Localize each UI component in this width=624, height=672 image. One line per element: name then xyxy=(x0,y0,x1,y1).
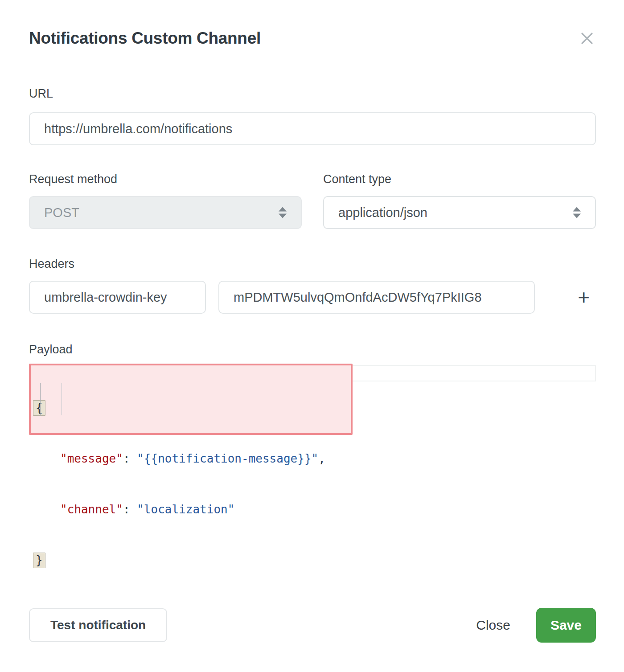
save-button[interactable]: Save xyxy=(536,608,596,643)
payload-code-editor[interactable]: { "message": "{{notification-message}}",… xyxy=(29,364,596,435)
header-key-input[interactable] xyxy=(29,281,206,314)
headers-label: Headers xyxy=(29,257,596,271)
modal-footer: Test notification Close Save xyxy=(29,608,596,643)
request-method-value: POST xyxy=(44,205,79,220)
payload-label: Payload xyxy=(29,342,596,356)
close-button[interactable]: Close xyxy=(476,618,510,633)
notifications-custom-channel-modal: Notifications Custom Channel URL Request… xyxy=(0,0,624,672)
request-method-select: POST xyxy=(29,196,302,229)
content-type-label: Content type xyxy=(323,172,596,186)
select-arrows-icon xyxy=(573,207,581,218)
indent-guide xyxy=(62,383,62,415)
modal-title: Notifications Custom Channel xyxy=(29,28,261,49)
code-line: } xyxy=(33,552,351,569)
indent-guide xyxy=(40,383,41,416)
header-value-input[interactable] xyxy=(218,281,535,314)
payload-error-selection: { "message": "{{notification-message}}",… xyxy=(29,364,353,435)
matched-bracket: } xyxy=(33,553,45,568)
add-header-icon[interactable]: + xyxy=(578,288,590,306)
test-notification-button[interactable]: Test notification xyxy=(29,608,167,642)
request-method-label: Request method xyxy=(29,172,302,186)
content-type-value: application/json xyxy=(338,205,427,220)
select-arrows-icon xyxy=(279,207,287,218)
url-input[interactable] xyxy=(29,112,596,145)
close-icon[interactable] xyxy=(579,30,595,46)
url-label: URL xyxy=(29,86,596,101)
matched-bracket: { xyxy=(33,400,45,416)
modal-header: Notifications Custom Channel xyxy=(29,28,596,49)
headers-row: + xyxy=(29,281,596,314)
method-content-row: Request method POST Content type applica… xyxy=(29,172,596,229)
code-line: { xyxy=(33,399,351,416)
code-line: "message": "{{notification-message}}", xyxy=(33,450,351,467)
content-type-select[interactable]: application/json xyxy=(323,196,596,229)
code-line: "channel": "localization" xyxy=(33,501,351,518)
